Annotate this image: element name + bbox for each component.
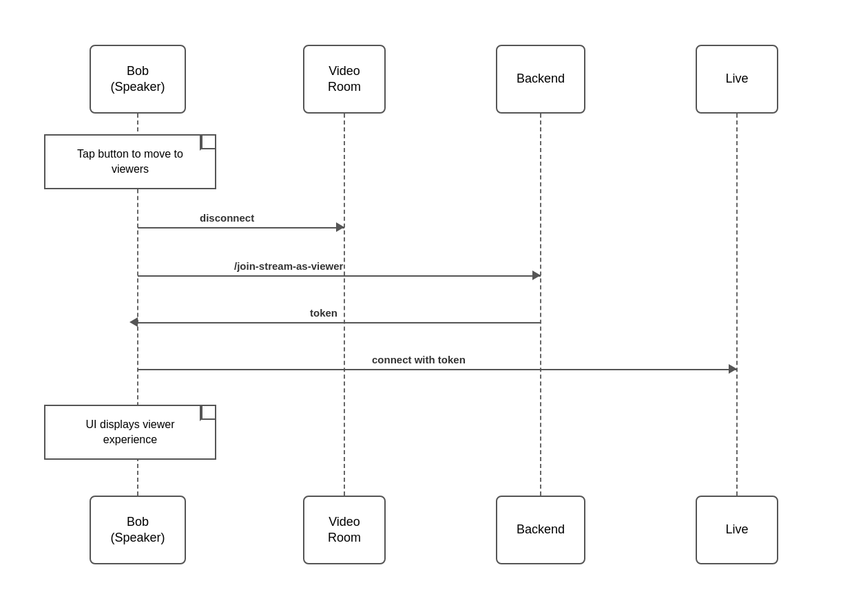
participant-bob-top: Bob(Speaker) (90, 45, 186, 114)
lifeline-backend (540, 114, 541, 496)
arrowhead-token (129, 317, 138, 327)
note-ui-displays-text: UI displays viewerexperience (86, 417, 175, 448)
arrow-connect-token (138, 369, 737, 370)
participant-backend-bottom: Backend (496, 496, 585, 564)
label-token: token (310, 307, 337, 319)
lifeline-videoroom (344, 114, 345, 496)
note-tap-button: Tap button to move toviewers (44, 134, 216, 189)
participant-videoroom-bottom: VideoRoom (303, 496, 386, 564)
arrowhead-connect-token (729, 364, 737, 374)
note-tap-button-text: Tap button to move toviewers (77, 147, 183, 178)
participant-backend-top: Backend (496, 45, 585, 114)
label-disconnect: disconnect (200, 212, 254, 224)
lifeline-live (736, 114, 738, 496)
label-connect-token: connect with token (372, 354, 466, 365)
note-ui-displays: UI displays viewerexperience (44, 405, 216, 460)
arrowhead-join-stream (532, 270, 541, 280)
participant-live-bottom: Live (696, 496, 778, 564)
sequence-diagram: Bob(Speaker) VideoRoom Backend Live Tap … (0, 0, 843, 616)
arrow-token (138, 322, 541, 323)
arrowhead-disconnect (336, 222, 344, 232)
participant-live-top: Live (696, 45, 778, 114)
participant-bob-bottom: Bob(Speaker) (90, 496, 186, 564)
arrow-join-stream (138, 275, 541, 277)
label-join-stream: /join-stream-as-viewer (234, 260, 343, 272)
arrow-disconnect (138, 227, 344, 229)
participant-videoroom-top: VideoRoom (303, 45, 386, 114)
